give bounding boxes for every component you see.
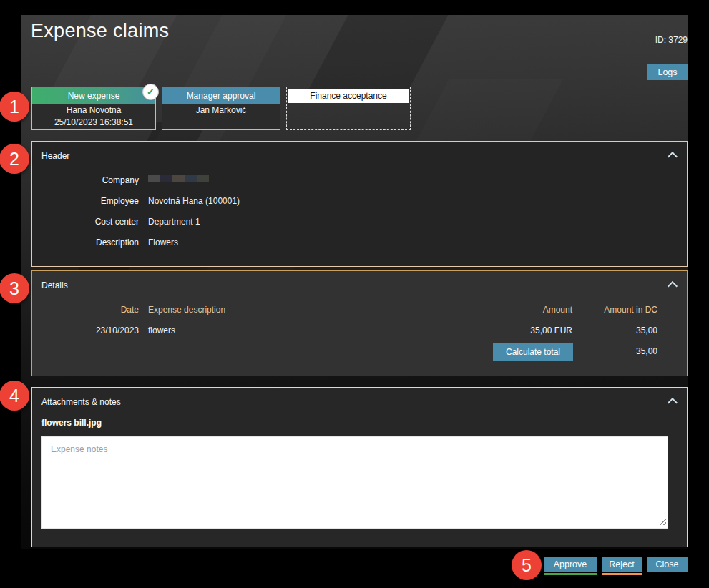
total-amount-dc: 35,00 [550,346,657,356]
workflow-step-finance-acceptance: Finance acceptance [286,87,411,130]
field-label-employee: Employee [44,196,139,206]
cell-date: 23/10/2023 [72,325,139,335]
annotation-badge-4: 4 [0,381,29,411]
field-value-company-redacted [148,175,209,182]
field-label-cost-center: Cost center [44,217,139,227]
column-header-date: Date [72,305,139,315]
page-title: Expense claims [31,20,169,42]
chevron-up-icon[interactable] [668,152,678,162]
step-timestamp: 25/10/2023 16:38:51 [32,116,155,128]
attachment-link[interactable]: flowers bill.jpg [41,418,102,428]
section-title: Attachments & notes [41,397,121,407]
title-divider [31,49,688,49]
header-section: Header Company Employee Novotná Hana (10… [31,141,688,267]
details-section: Details Date Expense description Amount … [31,270,688,376]
column-header-amount-dc: Amount in DC [550,305,657,315]
chevron-up-icon[interactable] [668,281,678,291]
cell-amount-dc: 35,00 [550,325,657,335]
workflow-step-new-expense: New expense Hana Novotná 25/10/2023 16:3… [31,87,156,130]
annotation-badge-5: 5 [512,550,542,580]
approve-underline [544,573,597,575]
step-person: Jan Markovič [162,104,280,116]
field-label-description: Description [44,237,139,248]
logs-button[interactable]: Logs [647,64,688,80]
chevron-up-icon[interactable] [668,398,678,408]
step-completed-check-icon: ✓ [142,84,159,100]
annotation-badge-1: 1 [0,92,29,122]
background-texture [306,15,452,94]
reject-button[interactable]: Reject [602,557,642,572]
field-value-description: Flowers [148,237,178,248]
annotation-badge-2: 2 [0,144,29,174]
step-title: Finance acceptance [288,89,409,103]
step-title: Manager approval [162,87,280,104]
expense-notes-input[interactable] [41,436,668,529]
expense-claims-screen: Expense claims ID: 3729 Logs New expense… [0,0,709,588]
step-title: New expense [32,87,155,104]
field-label-company: Company [44,175,139,185]
close-button[interactable]: Close [647,557,688,572]
step-person: Hana Novotná [32,104,155,116]
approve-button[interactable]: Approve [544,557,597,572]
attachments-section: Attachments & notes flowers bill.jpg [31,387,688,547]
field-value-cost-center: Department 1 [148,217,200,227]
workflow-step-manager-approval: Manager approval Jan Markovič [162,87,280,130]
cell-description: flowers [148,325,377,335]
annotation-badge-3: 3 [0,273,29,303]
column-header-description: Expense description [148,305,377,315]
section-title: Details [41,280,68,290]
section-title: Header [41,151,69,161]
field-value-employee: Novotná Hana (100001) [148,196,240,206]
record-id: ID: 3729 [655,35,688,45]
reject-underline [602,573,642,575]
